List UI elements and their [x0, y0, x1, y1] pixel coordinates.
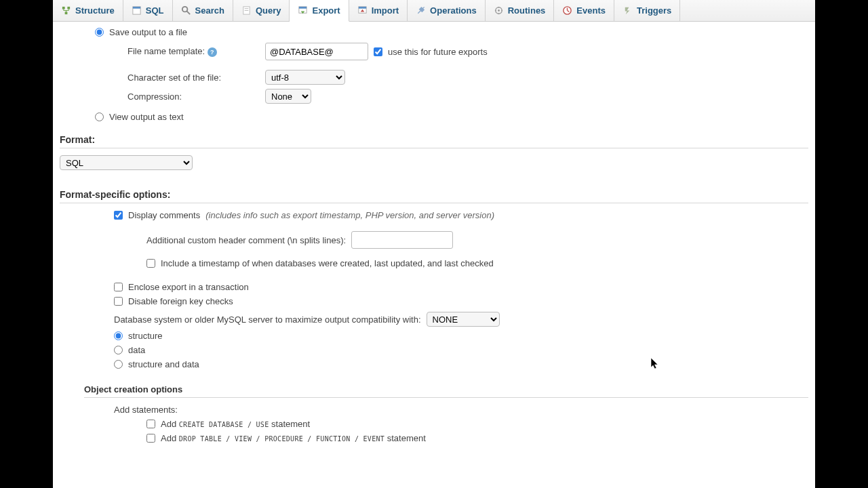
tab-label: SQL: [146, 5, 164, 16]
charset-label: Character set of the file:: [127, 73, 260, 83]
tab-operations[interactable]: Operations: [408, 0, 486, 21]
svg-point-5: [182, 7, 187, 12]
svg-point-15: [498, 9, 500, 12]
add-create-db-checkbox[interactable]: [146, 420, 155, 428]
svg-rect-2: [65, 12, 68, 14]
svg-line-6: [186, 11, 190, 14]
tab-label: Operations: [430, 5, 477, 16]
tab-export[interactable]: Export: [290, 0, 349, 22]
add-drop-label: Add DROP TABLE / VIEW / PROCEDURE / FUNC…: [161, 433, 426, 443]
operations-icon: [416, 5, 426, 16]
tab-search[interactable]: Search: [173, 0, 233, 21]
additional-header-label: Additional custom header comment (\n spl…: [146, 235, 346, 245]
include-timestamp-checkbox[interactable]: [146, 259, 155, 268]
sql-icon: [132, 5, 142, 16]
svg-rect-1: [67, 7, 70, 9]
tab-bar: Structure SQL Search Query Export Import…: [53, 0, 815, 22]
format-header: Format:: [60, 134, 808, 148]
display-comments-checkbox[interactable]: [114, 211, 123, 220]
object-creation-header: Object creation options: [84, 384, 808, 398]
output-view-as-text-radio[interactable]: [95, 113, 104, 121]
tab-import[interactable]: Import: [349, 0, 408, 21]
include-timestamp-label: Include a timestamp of when databases we…: [161, 258, 494, 268]
output-save-to-file-label: Save output to a file: [109, 27, 187, 37]
add-statements-label: Add statements:: [114, 405, 178, 415]
tab-query[interactable]: Query: [233, 0, 290, 21]
svg-rect-0: [62, 7, 65, 9]
compression-select[interactable]: None: [265, 89, 311, 104]
format-select[interactable]: SQL: [60, 155, 193, 170]
dump-both-label: structure and data: [128, 359, 199, 369]
dump-data-label: data: [128, 345, 145, 355]
format-specific-header: Format-specific options:: [60, 189, 808, 203]
future-exports-label: use this for future exports: [388, 47, 488, 57]
svg-rect-13: [359, 7, 366, 9]
dump-structure-radio[interactable]: [114, 331, 123, 340]
future-exports-checkbox[interactable]: [374, 47, 382, 56]
filename-template-input[interactable]: [265, 43, 368, 60]
tab-label: Query: [256, 5, 281, 16]
output-save-to-file-radio[interactable]: [95, 28, 104, 37]
triggers-icon: [623, 5, 633, 16]
display-comments-label: Display comments: [128, 210, 200, 220]
tab-label: Triggers: [637, 5, 671, 16]
tab-label: Export: [312, 5, 340, 16]
filename-template-label: File name template: ?: [127, 46, 260, 57]
events-icon: [562, 5, 572, 16]
help-icon[interactable]: ?: [208, 47, 217, 57]
disable-fk-checkbox[interactable]: [114, 297, 123, 306]
tab-label: Structure: [75, 5, 115, 16]
compat-label: Database system or older MySQL server to…: [114, 314, 421, 325]
dump-structure-label: structure: [128, 331, 163, 341]
import-icon: [357, 5, 368, 16]
tab-label: Events: [576, 5, 606, 16]
additional-header-input[interactable]: [351, 231, 453, 249]
enclose-transaction-label: Enclose export in a transaction: [128, 282, 249, 292]
tab-label: Search: [195, 5, 224, 16]
output-view-as-text-label: View output as text: [109, 112, 184, 122]
routines-icon: [494, 5, 504, 16]
add-create-db-label: Add CREATE DATABASE / USE statement: [161, 419, 310, 429]
tab-triggers[interactable]: Triggers: [614, 0, 680, 21]
tab-label: Routines: [508, 5, 546, 16]
tab-routines[interactable]: Routines: [486, 0, 555, 21]
disable-fk-label: Disable foreign key checks: [128, 296, 233, 306]
charset-select[interactable]: utf-8: [265, 70, 345, 85]
query-icon: [241, 5, 252, 16]
tab-sql[interactable]: SQL: [123, 0, 173, 21]
svg-rect-11: [299, 7, 307, 9]
dump-both-radio[interactable]: [114, 360, 123, 369]
compat-select[interactable]: NONE: [427, 312, 500, 327]
dump-data-radio[interactable]: [114, 346, 123, 354]
tab-structure[interactable]: Structure: [53, 0, 123, 21]
tab-label: Import: [372, 5, 399, 16]
enclose-transaction-checkbox[interactable]: [114, 283, 123, 291]
add-drop-checkbox[interactable]: [146, 434, 155, 443]
compression-label: Compression:: [127, 92, 260, 102]
structure-icon: [61, 5, 71, 16]
tab-events[interactable]: Events: [554, 0, 614, 21]
search-icon: [181, 5, 191, 16]
display-comments-note: (includes info such as export timestamp,…: [205, 210, 494, 220]
svg-rect-4: [133, 7, 140, 9]
export-icon: [298, 5, 308, 16]
